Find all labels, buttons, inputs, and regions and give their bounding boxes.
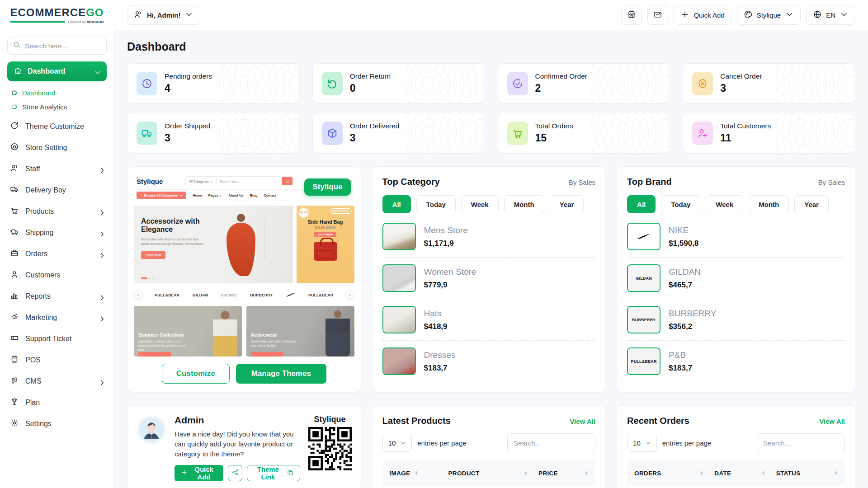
entries-per-page-select[interactable]: 10 <box>627 434 657 452</box>
chevron-right-icon <box>98 293 104 300</box>
tab-month[interactable]: Month <box>749 195 789 213</box>
preview-tile-text: Comfortable and stylish clothing for you… <box>251 339 301 348</box>
sidebar-item-staff[interactable]: Staff <box>7 158 107 179</box>
sidebar-item-support-ticket[interactable]: Support Ticket <box>7 328 107 349</box>
entries-value: 10 <box>633 439 641 447</box>
truck-icon <box>137 122 157 145</box>
quick-add-button[interactable]: Quick Add <box>674 5 731 25</box>
entries-per-page-select[interactable]: 10 <box>382 434 412 452</box>
brand-thumbnail: PULL&BEAR <box>627 347 660 375</box>
sidebar-item-label: Dashboard <box>28 67 66 75</box>
sidebar-item-dashboard-group[interactable]: Dashboard <box>7 61 107 81</box>
tab-all[interactable]: All <box>382 195 411 213</box>
sidebar-subitem-store-analytics[interactable]: Store Analytics <box>12 100 107 114</box>
brand-row[interactable]: GILDAN GILDAN $465,7 <box>627 257 845 299</box>
stat-card-pending-orders: Pending orders4 <box>127 63 300 103</box>
column-status[interactable]: STATUS▲▼ <box>776 470 838 477</box>
category-row[interactable]: Dresses $183,7 <box>382 340 596 382</box>
theme-link-label: Theme Link <box>253 465 283 481</box>
preview-brand: PULL&BEAR <box>155 293 179 297</box>
sidebar-item-plan[interactable]: Plan <box>7 392 107 413</box>
storefront-button[interactable] <box>621 5 642 25</box>
cart-icon <box>10 206 19 217</box>
user-plus-icon <box>692 122 713 145</box>
brand-row[interactable]: BURBERRY BURBERRY $356,2 <box>627 299 845 340</box>
sidebar-item-delivery-boy[interactable]: Delivery Boy <box>7 179 107 201</box>
orders-search-input[interactable] <box>757 433 845 452</box>
category-name: Dresses <box>424 350 456 360</box>
sidebar-item-store-setting[interactable]: Store Setting <box>7 137 107 158</box>
storefront-preview[interactable]: Stylique All Categories ⌄ Search here...… <box>134 173 354 357</box>
tab-week[interactable]: Week <box>461 195 499 213</box>
customize-button[interactable]: Customize <box>162 364 230 384</box>
sidebar-item-theme-customize[interactable]: Theme Customize <box>7 116 107 137</box>
admin-greeting-dropdown[interactable]: Hi, Admin! <box>127 5 200 25</box>
tab-year[interactable]: Year <box>794 195 829 213</box>
sidebar-item-marketing[interactable]: Marketing <box>7 307 107 328</box>
sidebar-item-settings[interactable]: Settings <box>7 413 107 434</box>
column-price[interactable]: PRICE▲▼ <box>538 470 588 477</box>
column-orders[interactable]: ORDERS▲▼ <box>634 470 714 477</box>
category-row[interactable]: Women Store $779,9 <box>382 257 596 299</box>
column-product[interactable]: PRODUCT▲▼ <box>448 470 539 477</box>
card-title: Top Category <box>382 177 440 187</box>
table-row[interactable] <box>382 486 596 488</box>
sidebar-item-reports[interactable]: Reports <box>7 286 107 307</box>
view-all-link[interactable]: View All <box>819 418 845 425</box>
category-amount: $183,7 <box>424 364 456 373</box>
chevron-right-icon <box>98 251 104 257</box>
sidebar-item-products[interactable]: Products <box>7 201 107 222</box>
sidebar-search[interactable] <box>7 37 107 55</box>
sidebar-subitem-dashboard[interactable]: Dashboard <box>12 86 107 100</box>
sidebar-item-shipping[interactable]: Shipping <box>7 222 107 243</box>
trophy-icon <box>10 397 19 408</box>
stat-label: Total Customers <box>720 122 771 130</box>
tab-all[interactable]: All <box>627 195 656 213</box>
sidebar-item-cms[interactable]: CMS <box>7 371 107 392</box>
brand-row[interactable]: NIKE $1,590,8 <box>627 216 845 257</box>
sidebar-search-input[interactable] <box>25 42 101 50</box>
brand-logo-text: BURBERRY <box>628 307 660 333</box>
products-search-input[interactable] <box>507 433 595 452</box>
ticket-icon <box>10 333 19 344</box>
chevron-down-icon <box>645 440 651 446</box>
plus-icon <box>181 469 188 477</box>
share-button[interactable] <box>228 465 242 481</box>
tab-today[interactable]: Today <box>661 195 700 213</box>
brand-thumbnail: GILDAN <box>627 264 660 292</box>
carousel-prev-icon: ‹ <box>135 291 142 299</box>
column-image[interactable]: IMAGE▲▼ <box>390 470 448 477</box>
tab-today[interactable]: Today <box>416 195 456 213</box>
sort-icon: ▲▼ <box>415 471 418 475</box>
sidebar-item-orders[interactable]: Orders <box>7 243 107 264</box>
brand-amount: $356,2 <box>669 322 716 331</box>
language-dropdown[interactable]: EN <box>806 5 855 25</box>
sidebar: Dashboard Dashboard Store Analytics Them… <box>0 30 114 488</box>
column-date[interactable]: DATE▲▼ <box>714 470 776 477</box>
admin-quick-add-button[interactable]: Quick Add <box>175 465 223 481</box>
share-icon <box>231 469 239 478</box>
category-row[interactable]: Mens Store $1,171,9 <box>382 216 596 257</box>
subitem-label: Store Analytics <box>22 103 67 111</box>
truck-icon <box>10 185 19 196</box>
tab-month[interactable]: Month <box>504 195 544 213</box>
category-row[interactable]: Hats $418,9 <box>382 299 596 340</box>
sidebar-item-customers[interactable]: Customers <box>7 264 107 286</box>
preview-tile-photo <box>213 310 237 357</box>
tab-week[interactable]: Week <box>706 195 743 213</box>
copy-icon <box>287 469 294 478</box>
sidebar-item-label: Staff <box>25 165 40 173</box>
app-logo[interactable]: ECOMMERCEGO Powered By WORKDO <box>0 0 114 30</box>
theme-switcher-dropdown[interactable]: Stylique <box>737 5 801 25</box>
manage-themes-button[interactable]: Manage Themes <box>236 364 326 384</box>
tab-year[interactable]: Year <box>550 195 584 213</box>
entries-label: entries per page <box>417 439 466 447</box>
brand-thumbnail <box>627 223 660 250</box>
email-templates-button[interactable] <box>647 5 668 25</box>
brand-row[interactable]: PULL&BEAR P&B $183,7 <box>627 340 845 382</box>
globe-icon <box>813 10 822 20</box>
sidebar-item-pos[interactable]: POS <box>7 349 107 371</box>
view-all-link[interactable]: View All <box>570 418 595 425</box>
sort-icon: ▲▼ <box>834 471 838 475</box>
theme-link-button[interactable]: Theme Link <box>247 465 300 481</box>
